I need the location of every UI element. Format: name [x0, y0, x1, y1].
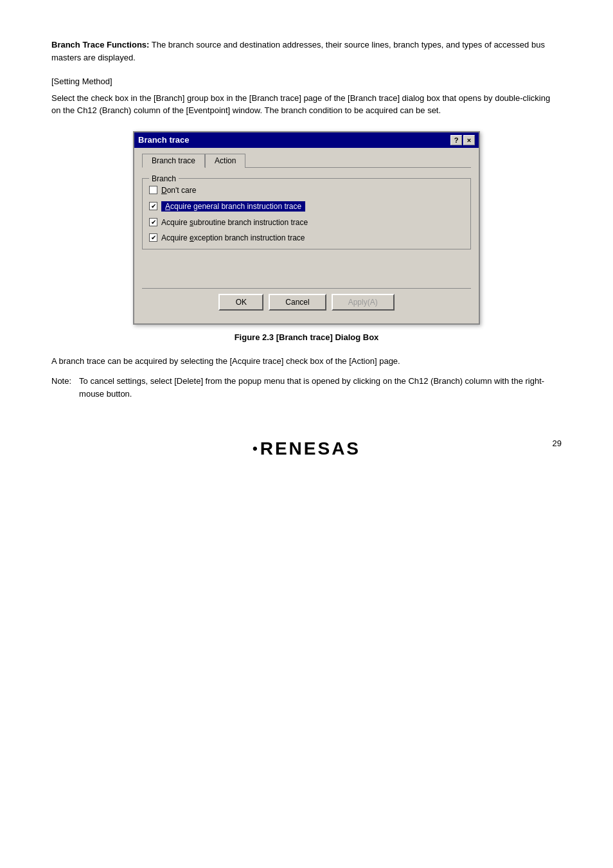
setting-method-label: [Setting Method]: [51, 75, 562, 88]
close-button[interactable]: ×: [463, 135, 475, 145]
note-text: To cancel settings, select [Delete] from…: [79, 375, 562, 400]
checkbox-general-branch-input[interactable]: [149, 202, 157, 210]
checkbox-dont-care-input[interactable]: [149, 186, 157, 194]
note-section: Note: To cancel settings, select [Delete…: [51, 375, 562, 400]
checkbox-subroutine-branch-input[interactable]: [149, 218, 157, 226]
figure-caption: Figure 2.3 [Branch trace] Dialog Box: [51, 332, 562, 342]
setting-method-text: Select the check box in the [Branch] gro…: [51, 92, 562, 117]
page-number: 29: [553, 439, 562, 448]
apply-button: Apply(A): [332, 294, 395, 311]
help-button[interactable]: ?: [450, 135, 462, 145]
checkbox-exception-branch: Acquire exception branch instruction tra…: [149, 233, 464, 242]
checkbox-general-branch: Acquire general branch instruction trace: [149, 201, 464, 212]
dialog-content: Branch trace Action Branch Don't care Ac…: [134, 148, 479, 323]
dont-care-label: Don't care: [161, 186, 196, 195]
tab-bar: Branch trace Action: [142, 153, 471, 168]
subroutine-branch-label: Acquire subroutine branch instruction tr…: [161, 218, 308, 227]
general-branch-label: Acquire general branch instruction trace: [161, 201, 305, 212]
note-label: Note:: [51, 375, 71, 400]
logo-text: RENESAS: [260, 439, 360, 459]
branch-trace-dialog: Branch trace ? × Branch trace Action Bra…: [133, 131, 480, 325]
cancel-button[interactable]: Cancel: [269, 294, 326, 311]
checkbox-exception-branch-input[interactable]: [149, 233, 157, 242]
branch-group: Branch Don't care Acquire general branch…: [142, 174, 471, 249]
logo-dot: •: [253, 440, 260, 457]
tab-action[interactable]: Action: [205, 154, 245, 168]
checkbox-subroutine-branch: Acquire subroutine branch instruction tr…: [149, 218, 464, 227]
dialog-titlebar: Branch trace ? ×: [134, 132, 479, 148]
figure-caption-text: Figure 2.3 [Branch trace] Dialog Box: [235, 332, 379, 342]
titlebar-buttons: ? ×: [450, 135, 475, 145]
renesas-logo: •RENESAS: [253, 439, 360, 459]
dialog-title: Branch trace: [138, 135, 189, 145]
body-paragraph-1: A branch trace can be acquired by select…: [51, 355, 562, 368]
intro-paragraph: Branch Trace Functions: The branch sourc…: [51, 39, 562, 64]
intro-bold: Branch Trace Functions:: [51, 40, 149, 50]
ok-button[interactable]: OK: [218, 294, 263, 311]
checkbox-dont-care: Don't care: [149, 186, 464, 195]
branch-legend: Branch: [149, 174, 179, 183]
dialog-buttons: OK Cancel Apply(A): [142, 288, 471, 316]
tab-branch-trace[interactable]: Branch trace: [142, 154, 205, 168]
exception-branch-label: Acquire exception branch instruction tra…: [161, 233, 305, 242]
page-footer: 29 •RENESAS: [51, 439, 562, 459]
